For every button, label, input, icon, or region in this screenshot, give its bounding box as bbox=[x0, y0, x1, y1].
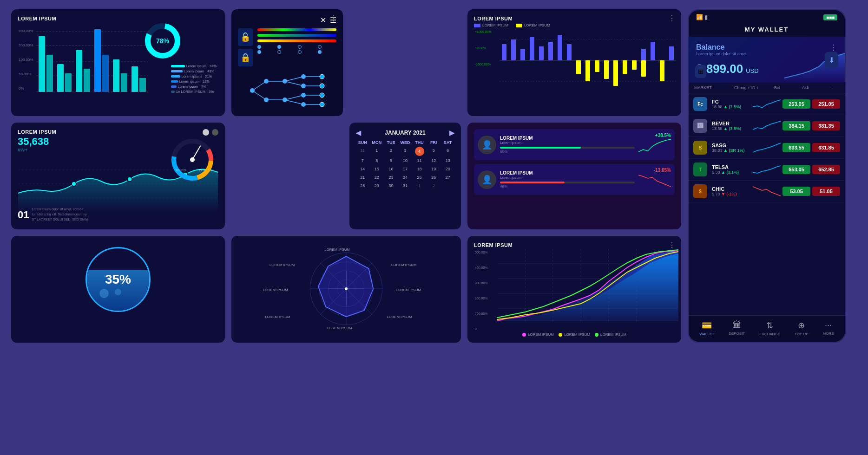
cal-day[interactable]: 1 bbox=[413, 182, 426, 189]
svg-rect-55 bbox=[567, 44, 572, 60]
large-line-panel: LOREM IPSUM ⋮ 500.00% 400.00% 300.00% 20… bbox=[467, 236, 681, 343]
cal-day[interactable]: 14 bbox=[356, 165, 369, 173]
toggle-btn2[interactable] bbox=[212, 129, 218, 136]
svg-text:LOREM IPSUM: LOREM IPSUM bbox=[387, 315, 412, 319]
market-row-bever[interactable]: 🅱 BEVER 13.58 ▲ (3.5%) 384.15 381.35 bbox=[689, 115, 845, 137]
cal-next[interactable]: ▶ bbox=[449, 129, 454, 136]
nav-exchange[interactable]: ⇅ EXCHANGE bbox=[759, 320, 780, 336]
cal-day[interactable]: 22 bbox=[370, 174, 384, 181]
svg-point-32 bbox=[250, 88, 255, 93]
balance-label: Balance bbox=[696, 43, 748, 52]
wallet-balance-section: Balance Lorem ipsum dolor sit amet. ⋮ 8,… bbox=[689, 37, 845, 83]
cal-day[interactable]: 30 bbox=[384, 182, 398, 189]
cal-day[interactable]: 2 bbox=[427, 182, 441, 189]
line-title: LOREM IPSUM bbox=[18, 129, 56, 135]
cal-day[interactable]: 8 bbox=[370, 157, 384, 164]
cal-day[interactable]: 15 bbox=[370, 165, 384, 173]
market-row-fc[interactable]: Fc FC 18.38 ▲ (7.5%) 253.05 251.05 bbox=[689, 93, 845, 115]
cal-day[interactable]: 6 bbox=[441, 147, 454, 156]
cal-day[interactable]: 26 bbox=[427, 174, 441, 181]
bar2-legend2: LOREM IPSUM bbox=[524, 23, 550, 27]
svg-point-72 bbox=[127, 177, 132, 182]
cal-day[interactable]: 25 bbox=[413, 174, 426, 181]
radar-svg: LOREM IPSUM LOREM IPSUM LOREM IPSUM LORE… bbox=[238, 242, 454, 335]
cal-day[interactable]: 1 bbox=[370, 147, 384, 156]
legend-green-dot bbox=[595, 333, 598, 337]
svg-rect-59 bbox=[604, 60, 609, 79]
water-circle: 35% bbox=[85, 247, 151, 312]
cal-day[interactable]: 31 bbox=[399, 182, 412, 189]
bar2-chart-container: +1000.00% +0.00% -1000.00% bbox=[474, 30, 675, 92]
bar2-panel: LOREM IPSUM LOREM IPSUM LOREM IPSUM ⋮ +1… bbox=[467, 9, 681, 116]
cal-day[interactable]: 28 bbox=[356, 182, 369, 189]
legend-label-2: LOREM IPSUM bbox=[564, 332, 590, 337]
svg-text:LOREM IPSUM: LOREM IPSUM bbox=[265, 315, 290, 319]
cal-day[interactable]: 16 bbox=[384, 165, 398, 173]
profile-avatar-2: 👤 bbox=[478, 170, 496, 189]
toggle-btn1[interactable] bbox=[203, 129, 209, 136]
cal-day[interactable]: 12 bbox=[427, 157, 441, 164]
market-more-icon[interactable]: ⋮ bbox=[830, 85, 839, 90]
cal-day[interactable]: 18 bbox=[413, 165, 426, 173]
cal-day[interactable]: 7 bbox=[356, 157, 369, 164]
svg-point-41 bbox=[320, 74, 324, 79]
lock-unlocked: 🔓 bbox=[238, 28, 253, 46]
cal-day[interactable]: 3 bbox=[399, 147, 412, 156]
bar2-menu[interactable]: ⋮ bbox=[668, 14, 677, 23]
color-bar3 bbox=[257, 39, 336, 42]
qr-icon[interactable]: ⊞ bbox=[695, 65, 706, 78]
market-row-telsa[interactable]: T TELSA 5.38 ▲ (3.1%) 653.05 652.85 bbox=[689, 159, 845, 181]
cal-day[interactable]: 27 bbox=[441, 174, 454, 181]
close-icon[interactable]: ✕ bbox=[320, 16, 326, 25]
nav-deposit[interactable]: 🏛 DEPOSIT bbox=[729, 320, 745, 336]
cal-today[interactable]: 4 bbox=[415, 147, 424, 156]
color-bar2 bbox=[257, 34, 336, 37]
cal-day[interactable]: 9 bbox=[384, 157, 398, 164]
cal-day[interactable]: 17 bbox=[399, 165, 412, 173]
cal-prev[interactable]: ◀ bbox=[356, 129, 361, 136]
cal-day[interactable]: 29 bbox=[370, 182, 384, 189]
chic-chart bbox=[753, 185, 781, 198]
cal-day[interactable]: 11 bbox=[413, 157, 426, 164]
svg-text:LOREM IPSUM: LOREM IPSUM bbox=[270, 263, 295, 267]
cal-day[interactable]: 19 bbox=[427, 165, 441, 173]
cal-day[interactable]: 20 bbox=[441, 165, 454, 173]
svg-rect-15 bbox=[132, 66, 138, 92]
cal-day[interactable]: 10 bbox=[399, 157, 412, 164]
cal-day[interactable]: 13 bbox=[441, 157, 454, 164]
svg-rect-63 bbox=[641, 49, 646, 60]
svg-rect-16 bbox=[139, 78, 146, 92]
deposit-nav-icon: 🏛 bbox=[733, 320, 741, 330]
svg-line-78 bbox=[192, 146, 201, 160]
cal-day[interactable]: 2 bbox=[384, 147, 398, 156]
sasg-chart bbox=[753, 141, 781, 154]
profile-chart-2 bbox=[638, 173, 671, 189]
svg-rect-56 bbox=[576, 60, 581, 74]
profiles-panel: 👤 LOREM IPSUM Lorem ipsum 60% +38.5% 👤 L… bbox=[467, 123, 681, 229]
cal-day[interactable]: 24 bbox=[399, 174, 412, 181]
chic-icon: $ bbox=[693, 184, 707, 198]
profile-info-2: LOREM IPSUM Lorem ipsum 48% bbox=[500, 170, 635, 188]
svg-rect-66 bbox=[660, 60, 664, 81]
nav-wallet[interactable]: 💳 WALLET bbox=[699, 320, 714, 336]
cal-day[interactable]: 23 bbox=[384, 174, 398, 181]
balance-sublabel: Lorem ipsum dolor sit amet. bbox=[696, 52, 748, 56]
svg-point-40 bbox=[301, 102, 306, 107]
svg-rect-50 bbox=[520, 49, 525, 60]
cal-day[interactable]: 31 bbox=[356, 147, 369, 156]
large-line-menu[interactable]: ⋮ bbox=[668, 240, 677, 249]
wallet-nav-label: WALLET bbox=[699, 332, 714, 336]
cal-day[interactable]: 21 bbox=[356, 174, 369, 181]
profile-info-1: LOREM IPSUM Lorem ipsum 60% bbox=[500, 136, 635, 154]
nav-more[interactable]: ··· MORE bbox=[822, 320, 834, 336]
cal-day[interactable]: 5 bbox=[427, 147, 441, 156]
market-row-chic[interactable]: $ CHIC 5.78 ▼ (-1%) 53.05 51.05 bbox=[689, 181, 845, 202]
market-row-sasg[interactable]: S SASG 38.03 ▲ (SR 1%) 633.55 631.85 bbox=[689, 137, 845, 159]
svg-rect-6 bbox=[46, 55, 53, 92]
sasg-icon: S bbox=[693, 141, 707, 155]
download-icon[interactable]: ⬇ bbox=[825, 52, 838, 68]
security-panel: ⋮ ✕ ☰ 🔓 🔒 bbox=[231, 9, 343, 116]
nav-topup[interactable]: ⊕ TOP UP bbox=[795, 320, 809, 336]
dots-menu[interactable]: ⋮ bbox=[330, 14, 338, 23]
chic-ask: 51.05 bbox=[812, 187, 840, 196]
